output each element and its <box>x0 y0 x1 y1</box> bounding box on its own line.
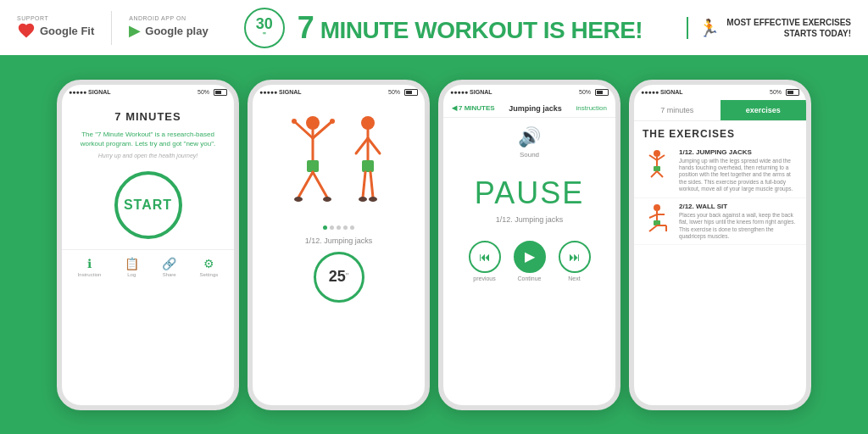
phone3-header: ◀ 7 MINUTES Jumping jacks instruction <box>443 100 615 118</box>
next-button[interactable]: ⏭ <box>559 241 591 273</box>
phone1-description: The "7 Minute Workout" is a research-bas… <box>62 130 234 153</box>
log-icon: 📋 <box>125 257 139 270</box>
back-label: 7 MINUTES <box>459 104 495 112</box>
phone1-subtitle: Hurry up and open the health journey! <box>62 153 234 167</box>
svg-line-16 <box>363 172 365 198</box>
nav-instruction-label: Instruction <box>78 272 102 277</box>
svg-point-18 <box>359 197 367 202</box>
continue-button[interactable]: ▶ <box>514 241 546 273</box>
svg-point-0 <box>306 116 320 130</box>
google-fit-text: Google Fit <box>40 25 94 37</box>
svg-line-29 <box>649 214 657 218</box>
wall-sit-thumb <box>643 203 672 232</box>
dot-2 <box>330 225 334 230</box>
settings-icon: ⚙ <box>203 257 214 270</box>
info-icon: ℹ <box>87 257 92 270</box>
exercise-1-desc: Jumping up with the legs spread wide and… <box>679 158 798 193</box>
previous-button[interactable]: ⏮ <box>469 241 501 273</box>
jumping-jacks-thumb <box>643 148 672 178</box>
svg-point-9 <box>294 197 303 202</box>
phone3-exercise-title: Jumping jacks <box>509 104 562 113</box>
phone2-exercise-area: 1/12. Jumping jacks 25 " <box>253 100 425 307</box>
phone2-battery: 50% <box>388 89 418 96</box>
battery-icon <box>214 89 227 96</box>
sound-label: Sound <box>520 151 539 159</box>
svg-line-26 <box>657 171 663 177</box>
next-label: Next <box>568 275 580 281</box>
google-play-logo: ▶ Google play <box>129 21 208 40</box>
nav-share[interactable]: 🔗 Share <box>162 257 176 277</box>
phones-area: ●●●●● SIGNAL 50% 7 MINUTES The "7 Minute… <box>0 55 868 434</box>
exercise-item-1: 1/12. JUMPING JACKS Jumping up with the … <box>634 144 806 198</box>
figure-standing <box>349 113 387 214</box>
nav-log[interactable]: 📋 Log <box>125 257 139 277</box>
google-fit-logo: Google Fit <box>17 21 94 40</box>
phone2-signal: ●●●●● SIGNAL <box>259 89 302 95</box>
previous-label: previous <box>473 275 495 281</box>
start-button[interactable]: START <box>114 171 182 239</box>
phone3-status-bar: ●●●●● SIGNAL 50% <box>443 85 615 100</box>
svg-line-14 <box>368 138 380 153</box>
progress-indicator <box>323 225 354 230</box>
jumping-jacks-figures <box>290 104 387 214</box>
banner-divider <box>111 11 112 45</box>
support-label: SUPPORT <box>17 15 48 21</box>
exercise-2-name: 2/12. WALL SIT <box>679 203 798 210</box>
dot-5 <box>350 225 354 230</box>
svg-point-10 <box>323 197 331 202</box>
svg-point-27 <box>654 204 660 211</box>
nav-settings-label: Settings <box>200 272 219 277</box>
back-chevron-icon: ◀ <box>452 104 457 112</box>
banner-right-text: 🏃 MOST EFFECTIVE EXERCISES STARTS TODAY! <box>687 17 851 39</box>
google-fit-section: SUPPORT Google Fit <box>17 15 94 40</box>
svg-point-4 <box>292 119 297 124</box>
previous-icon: ⏮ <box>479 250 491 264</box>
back-button[interactable]: ◀ 7 MINUTES <box>452 104 495 112</box>
thirty-number: 30 <box>256 16 273 31</box>
svg-point-20 <box>654 150 660 157</box>
phone3-content: ◀ 7 MINUTES Jumping jacks instruction 🔊 … <box>443 100 615 405</box>
svg-line-8 <box>313 172 327 198</box>
exercise-2-desc: Places your back against a wall, keep th… <box>679 212 798 241</box>
phone4-content: 7 minutes exercises THE EXERCISES <box>634 100 806 405</box>
svg-line-13 <box>356 138 368 153</box>
phone4-tabs: 7 minutes exercises <box>634 100 806 121</box>
phone4-battery: 50% <box>770 89 799 96</box>
svg-rect-24 <box>654 166 660 171</box>
svg-line-32 <box>649 225 657 231</box>
phone1-signal: ●●●●● SIGNAL <box>69 89 111 95</box>
nav-settings[interactable]: ⚙ Settings <box>200 257 219 277</box>
banner-center: 30 " 7 MINUTE WORKOUT IS HERE! <box>225 8 662 48</box>
phone1-nav: ℹ Instruction 📋 Log 🔗 Share ⚙ Settings <box>62 249 234 284</box>
nav-share-label: Share <box>163 272 176 277</box>
exercise-item-2: 2/12. WALL SIT Places your back against … <box>634 198 806 246</box>
start-label: START <box>124 198 172 213</box>
phone1-battery: 50% <box>198 89 227 96</box>
tab-7minutes[interactable]: 7 minutes <box>634 100 721 120</box>
play-icon: ▶ <box>525 248 535 264</box>
svg-rect-15 <box>362 160 374 172</box>
nav-instruction[interactable]: ℹ Instruction <box>78 257 102 277</box>
svg-point-5 <box>330 119 335 124</box>
tab-exercises[interactable]: exercises <box>721 100 807 120</box>
phone3-exercise-name: 1/12. Jumping jacks <box>496 215 564 224</box>
main-headline: 7 MINUTE WORKOUT IS HERE! <box>298 13 643 43</box>
phone4-status-bar: ●●●●● SIGNAL 50% <box>634 85 806 100</box>
thirty-unit: " <box>263 31 266 40</box>
instruction-link[interactable]: instruction <box>576 104 607 112</box>
phone1-status-bar: ●●●●● SIGNAL 50% <box>62 85 234 100</box>
phone3-battery: 50% <box>579 89 609 96</box>
phone-2: ●●●●● SIGNAL 50% <box>248 80 430 410</box>
exercise-1-name: 1/12. JUMPING JACKS <box>679 148 798 156</box>
exercise-1-thumbnail <box>643 148 672 178</box>
phone-3: ●●●●● SIGNAL 50% ◀ 7 MINUTES Jumping jac… <box>438 80 620 410</box>
play-triangle-icon: ▶ <box>129 21 141 40</box>
pause-text: PAUSE <box>475 175 584 211</box>
phone2-exercise-name: 1/12. Jumping jacks <box>305 236 373 245</box>
most-effective-line2: STARTS TODAY! <box>726 28 851 39</box>
phone2-timer: 25 " <box>314 252 364 303</box>
phone1-title: 7 MINUTES <box>62 100 234 130</box>
share-icon: 🔗 <box>162 257 176 270</box>
exercise-1-info: 1/12. JUMPING JACKS Jumping up with the … <box>679 148 798 193</box>
timer-unit: " <box>346 272 349 281</box>
